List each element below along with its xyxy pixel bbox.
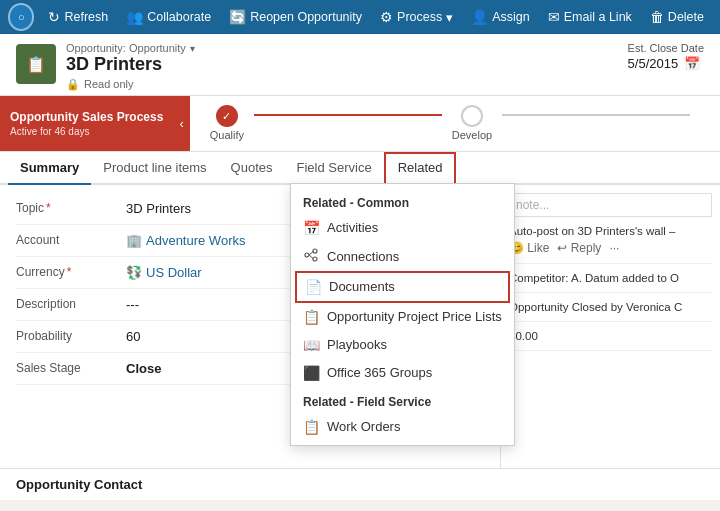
tab-field-service[interactable]: Field Service: [285, 152, 384, 185]
account-link-icon: 🏢: [126, 233, 142, 248]
collaborate-button[interactable]: 👥 Collaborate: [118, 5, 219, 29]
collaborate-icon: 👥: [126, 9, 143, 25]
related-dropdown: Related - Common 📅 Activities Connection…: [290, 183, 515, 446]
field-label-probability: Probability: [16, 329, 126, 343]
svg-line-4: [309, 255, 313, 259]
header-left: 📋 Opportunity: Opportunity ▾ 3D Printers…: [16, 42, 195, 91]
header-text: Opportunity: Opportunity ▾ 3D Printers 🔒…: [66, 42, 195, 91]
field-value-sales-stage: Close: [126, 361, 161, 376]
process-icon: ⚙: [380, 9, 393, 25]
tabs: Summary Product line items Quotes Field …: [0, 152, 720, 185]
field-label-account: Account: [16, 233, 126, 247]
process-title: Opportunity Sales Process: [10, 110, 163, 124]
process-steps: ✓ Qualify Develop: [190, 96, 720, 151]
svg-point-0: [305, 253, 309, 257]
price-lists-icon: 📋: [303, 309, 319, 325]
header: 📋 Opportunity: Opportunity ▾ 3D Printers…: [0, 34, 720, 96]
activity-entry-0: Auto-post on 3D Printers's wall – 😊 Like…: [509, 225, 712, 264]
playbooks-icon: 📖: [303, 337, 319, 353]
bottom-section-title: Opportunity Contact: [16, 477, 704, 492]
activity-entry-2: Opportunity Closed by Veronica C: [509, 301, 712, 322]
step-label-qualify: Qualify: [210, 129, 244, 141]
svg-point-1: [313, 249, 317, 253]
field-value-topic: 3D Printers: [126, 201, 191, 216]
tab-related[interactable]: Related: [384, 152, 457, 185]
page-title: 3D Printers: [66, 54, 195, 76]
refresh-icon: ↻: [48, 9, 60, 25]
dropdown-item-price-lists[interactable]: 📋 Opportunity Project Price Lists: [291, 303, 514, 331]
entity-icon: 📋: [16, 44, 56, 84]
field-label-currency: Currency *: [16, 265, 126, 279]
documents-icon: 📄: [305, 279, 321, 295]
tab-quotes[interactable]: Quotes: [219, 152, 285, 185]
calendar-icon[interactable]: 📅: [684, 56, 700, 71]
reply-button[interactable]: ↩ Reply: [557, 241, 601, 255]
assign-button[interactable]: 👤 Assign: [463, 5, 538, 29]
field-label-topic: Topic *: [16, 201, 126, 215]
est-close-label: Est. Close Date: [628, 42, 704, 54]
email-icon: ✉: [548, 9, 560, 25]
email-link-button[interactable]: ✉ Email a Link: [540, 5, 640, 29]
currency-link-icon: 💱: [126, 265, 142, 280]
dropdown-item-playbooks[interactable]: 📖 Playbooks: [291, 331, 514, 359]
reopen-icon: 🔄: [229, 9, 246, 25]
activity-panel: note... Auto-post on 3D Printers's wall …: [500, 185, 720, 468]
field-value-account[interactable]: 🏢 Adventure Works: [126, 233, 245, 248]
step-line-2: [502, 114, 690, 116]
svg-point-2: [313, 257, 317, 261]
delete-icon: 🗑: [650, 9, 664, 25]
activity-note-input[interactable]: note...: [509, 193, 712, 217]
step-line-1: [254, 114, 442, 116]
breadcrumb: Opportunity: Opportunity ▾: [66, 42, 195, 54]
dropdown-item-activities[interactable]: 📅 Activities: [291, 214, 514, 242]
dropdown-item-office365[interactable]: ⬛ Office 365 Groups: [291, 359, 514, 387]
connections-icon: [303, 248, 319, 265]
dropdown-item-connections[interactable]: Connections: [291, 242, 514, 271]
process-step-qualify: ✓ Qualify: [210, 105, 244, 141]
work-orders-icon: 📋: [303, 419, 319, 435]
more-button[interactable]: ···: [609, 241, 619, 255]
reopen-button[interactable]: 🔄 Reopen Opportunity: [221, 5, 370, 29]
assign-icon: 👤: [471, 9, 488, 25]
step-circle-develop: [461, 105, 483, 127]
breadcrumb-arrow-icon: ▾: [190, 43, 195, 54]
step-label-develop: Develop: [452, 129, 492, 141]
process-label: Opportunity Sales Process Active for 46 …: [0, 96, 173, 151]
refresh-button[interactable]: ↻ Refresh: [40, 5, 116, 29]
activity-entry-3: $0.00: [509, 330, 712, 351]
field-value-description: ---: [126, 297, 139, 312]
app-icon: ○: [8, 3, 34, 31]
svg-line-3: [309, 251, 313, 255]
header-right: Est. Close Date 5/5/2015 📅: [628, 42, 704, 71]
like-button[interactable]: 😊 Like: [509, 241, 549, 255]
process-button[interactable]: ⚙ Process ▾: [372, 5, 461, 29]
tab-summary[interactable]: Summary: [8, 152, 91, 185]
field-value-currency[interactable]: 💱 US Dollar: [126, 265, 202, 280]
required-indicator: *: [46, 201, 51, 215]
activity-actions-0: 😊 Like ↩ Reply ···: [509, 241, 712, 255]
field-value-probability: 60: [126, 329, 140, 344]
activities-icon: 📅: [303, 220, 319, 236]
process-subtitle: Active for 46 days: [10, 126, 163, 137]
tab-product-line-items[interactable]: Product line items: [91, 152, 218, 185]
dropdown-section2-header: Related - Field Service: [291, 387, 514, 413]
lock-icon: 🔒: [66, 78, 80, 91]
field-label-sales-stage: Sales Stage: [16, 361, 126, 375]
toolbar: ○ ↻ Refresh 👥 Collaborate 🔄 Reopen Oppor…: [0, 0, 720, 34]
est-close-date: 5/5/2015 📅: [628, 56, 704, 71]
read-only-label: 🔒 Read only: [66, 78, 195, 91]
office365-icon: ⬛: [303, 365, 319, 381]
step-circle-qualify: ✓: [216, 105, 238, 127]
dropdown-item-documents[interactable]: 📄 Documents: [295, 271, 510, 303]
process-collapse-button[interactable]: ‹: [173, 96, 189, 151]
activity-entry-1: Competitor: A. Datum added to O: [509, 272, 712, 293]
delete-button[interactable]: 🗑 Delete: [642, 5, 712, 29]
chevron-down-icon: ▾: [446, 10, 453, 25]
dropdown-section1-header: Related - Common: [291, 188, 514, 214]
process-step-develop: Develop: [452, 105, 492, 141]
process-bar: Opportunity Sales Process Active for 46 …: [0, 96, 720, 152]
bottom-section: Opportunity Contact: [0, 468, 720, 500]
field-label-description: Description: [16, 297, 126, 311]
dropdown-item-work-orders[interactable]: 📋 Work Orders: [291, 413, 514, 441]
required-indicator-currency: *: [67, 265, 72, 279]
